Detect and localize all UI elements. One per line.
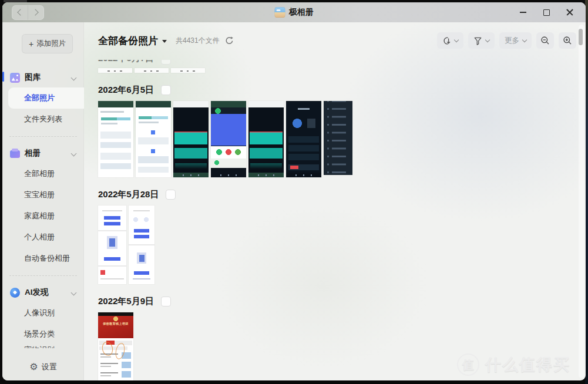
- add-photos-label: 添加照片: [36, 39, 66, 49]
- zoom-in-icon: [563, 36, 572, 45]
- sidebar-section-header-gallery[interactable]: 图库: [2, 68, 84, 87]
- maximize-button[interactable]: [542, 8, 550, 16]
- refresh-icon: [225, 36, 234, 45]
- sidebar-sections: 图库全部照片文件夹列表相册全部相册宝宝相册家庭相册个人相册自动备份相册AI发现人…: [2, 68, 84, 348]
- photo-row: [98, 68, 586, 73]
- photo-bottom-sliver: [98, 68, 132, 73]
- sort-button[interactable]: [437, 32, 463, 49]
- sidebar: + 添加照片 图库全部照片文件夹列表相册全部相册宝宝相册家庭相册个人相册自动备份…: [2, 22, 84, 380]
- zoom-in-button[interactable]: [559, 32, 576, 49]
- forward-button[interactable]: [28, 5, 44, 20]
- settings-button[interactable]: 设置: [2, 361, 84, 372]
- content-header: 全部备份照片 共4431个文件: [84, 22, 586, 56]
- maximize-icon: [543, 9, 550, 16]
- filter-button[interactable]: [468, 32, 495, 49]
- sidebar-section-header-ai[interactable]: AI发现: [2, 282, 84, 302]
- photo-thumbnail[interactable]: [248, 101, 284, 177]
- group-select-checkbox[interactable]: [166, 190, 176, 200]
- chevron-down-icon: [71, 289, 77, 295]
- group-date-label: 2022年6月5日: [98, 85, 154, 96]
- back-button[interactable]: [12, 5, 28, 20]
- sidebar-section-gallery: 图库全部照片文件夹列表: [2, 68, 84, 130]
- photo-group: 2022年5月28日: [98, 189, 586, 284]
- photo-group: 2022年6月7日: [98, 60, 586, 73]
- sidebar-section-ai: AI发现人像识别场景分类宠物识别: [2, 282, 84, 348]
- close-icon: [566, 9, 573, 16]
- settings-label: 设置: [42, 362, 57, 372]
- photo-row: [98, 206, 586, 284]
- window-title: 极相册: [289, 7, 314, 18]
- chevron-down-icon: [71, 75, 77, 80]
- sidebar-section-album: 相册全部相册宝宝相册家庭相册个人相册自动备份相册: [2, 143, 84, 269]
- sidebar-item[interactable]: 全部照片: [8, 87, 84, 109]
- chevron-right-icon: [32, 9, 38, 15]
- filter-funnel-icon: [473, 36, 482, 45]
- group-date-label: 2022年5月9日: [98, 296, 154, 307]
- sidebar-item[interactable]: 自动备份相册: [2, 248, 84, 269]
- photo-thumbnail[interactable]: [98, 101, 133, 177]
- group-header: 2022年6月5日: [98, 85, 586, 96]
- chevron-down-icon: [485, 38, 490, 42]
- sidebar-item[interactable]: 家庭相册: [2, 206, 84, 227]
- photo-grid-scroll-area[interactable]: 2022年6月7日2022年6月5日2022年5月28日2022年5月9日保密教…: [84, 59, 586, 380]
- photo-album-app-icon: [274, 7, 285, 18]
- minimize-button[interactable]: [519, 8, 527, 16]
- photo-row: 保密教育线上培训: [98, 312, 586, 380]
- close-button[interactable]: [566, 8, 574, 16]
- sidebar-section-label: 图库: [25, 72, 41, 83]
- group-date-label: 2022年6月7日: [98, 60, 154, 64]
- group-select-checkbox[interactable]: [161, 297, 171, 306]
- history-nav: [12, 5, 44, 20]
- sort-descending-icon: [442, 36, 451, 45]
- plus-icon: +: [29, 41, 33, 47]
- sidebar-item[interactable]: 宝宝相册: [2, 184, 84, 206]
- window-controls: [519, 2, 586, 22]
- main-panel: 全部备份照片 共4431个文件: [84, 22, 586, 380]
- view-title-dropdown[interactable]: 全部备份照片: [98, 34, 167, 48]
- album-icon: [10, 150, 20, 158]
- chevron-down-icon: [162, 40, 167, 43]
- sidebar-item[interactable]: 宠物识别: [2, 345, 84, 348]
- add-photos-button[interactable]: + 添加照片: [22, 34, 73, 53]
- photo-bottom-sliver: [171, 68, 205, 73]
- photo-thumbnail[interactable]: [324, 101, 352, 175]
- group-select-checkbox[interactable]: [161, 60, 171, 65]
- sidebar-item[interactable]: 全部相册: [2, 163, 84, 184]
- scrollbar-thumb[interactable]: [579, 29, 583, 45]
- photo-row: [98, 101, 586, 177]
- zoom-out-button[interactable]: [536, 32, 554, 49]
- sidebar-section-label: AI发现: [25, 287, 49, 298]
- more-button[interactable]: 更多: [499, 32, 532, 49]
- group-header: 2022年5月9日: [98, 296, 586, 307]
- sidebar-item[interactable]: 人像识别: [2, 302, 84, 324]
- thumbnail-banner-text: 保密教育线上培训: [98, 322, 133, 326]
- photo-group: 2022年5月9日保密教育线上培训: [98, 296, 586, 380]
- photo-thumbnail[interactable]: [136, 101, 171, 177]
- sidebar-section-header-album[interactable]: 相册: [2, 143, 84, 163]
- photo-thumbnail[interactable]: [98, 206, 126, 284]
- minimize-icon: [520, 12, 526, 13]
- sidebar-item[interactable]: 个人相册: [2, 227, 84, 248]
- scrollbar-track[interactable]: [579, 25, 584, 378]
- chevron-down-icon: [454, 38, 459, 42]
- photo-thumbnail[interactable]: 保密教育线上培训: [98, 312, 133, 380]
- photo-thumbnail[interactable]: [129, 206, 154, 284]
- photo-thumbnail[interactable]: [211, 101, 246, 177]
- group-header: 2022年6月7日: [98, 60, 586, 66]
- toolbar: 更多: [437, 32, 576, 49]
- refresh-button[interactable]: [225, 36, 234, 45]
- chevron-down-icon: [71, 150, 77, 156]
- photo-thumbnail[interactable]: [173, 101, 209, 177]
- photo-thumbnail[interactable]: [286, 101, 321, 177]
- gallery-icon: [10, 73, 20, 83]
- photo-bottom-sliver: [135, 68, 169, 73]
- group-select-checkbox[interactable]: [161, 85, 171, 95]
- sidebar-section-label: 相册: [25, 148, 41, 159]
- active-accent-bar: [2, 72, 4, 82]
- sidebar-item[interactable]: 场景分类: [2, 324, 84, 345]
- photo-group: 2022年6月5日: [98, 85, 586, 177]
- sidebar-item[interactable]: 文件夹列表: [2, 109, 84, 130]
- ai-icon: [10, 288, 20, 298]
- chevron-down-icon: [522, 38, 527, 42]
- titlebar-center: 极相册: [274, 2, 314, 22]
